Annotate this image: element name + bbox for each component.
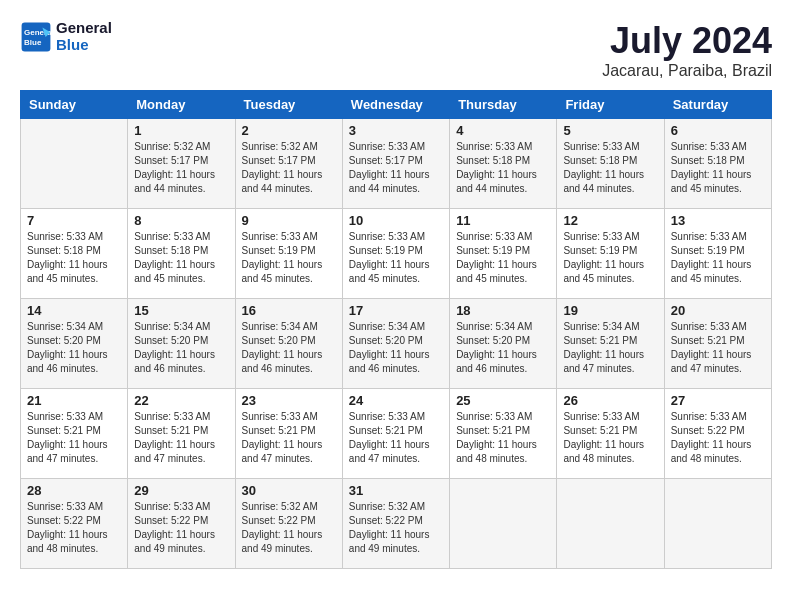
day-info-line: and 48 minutes. (671, 452, 765, 466)
day-info-line: and 49 minutes. (242, 542, 336, 556)
day-info-line: and 46 minutes. (27, 362, 121, 376)
calendar-cell: 19Sunrise: 5:34 AMSunset: 5:21 PMDayligh… (557, 299, 664, 389)
day-info-line: Daylight: 11 hours (349, 348, 443, 362)
day-info-line: Sunrise: 5:33 AM (349, 140, 443, 154)
day-info-line: and 47 minutes. (349, 452, 443, 466)
calendar-cell: 23Sunrise: 5:33 AMSunset: 5:21 PMDayligh… (235, 389, 342, 479)
day-number: 5 (563, 123, 657, 138)
day-info-line: Daylight: 11 hours (563, 168, 657, 182)
day-info-line: Daylight: 11 hours (242, 528, 336, 542)
calendar-cell: 3Sunrise: 5:33 AMSunset: 5:17 PMDaylight… (342, 119, 449, 209)
day-number: 8 (134, 213, 228, 228)
day-info-line: Sunset: 5:21 PM (563, 424, 657, 438)
day-number: 21 (27, 393, 121, 408)
day-info-line: Sunrise: 5:33 AM (27, 410, 121, 424)
calendar-table: SundayMondayTuesdayWednesdayThursdayFrid… (20, 90, 772, 569)
day-info-line: Sunrise: 5:33 AM (563, 140, 657, 154)
day-info-line: Sunrise: 5:33 AM (671, 230, 765, 244)
day-info-line: Sunset: 5:19 PM (456, 244, 550, 258)
day-info-line: Sunrise: 5:33 AM (456, 140, 550, 154)
day-info-line: Daylight: 11 hours (242, 348, 336, 362)
day-info-line: Daylight: 11 hours (456, 168, 550, 182)
day-info-line: and 48 minutes. (456, 452, 550, 466)
day-info-line: and 45 minutes. (456, 272, 550, 286)
day-info-line: and 45 minutes. (242, 272, 336, 286)
day-info-line: and 45 minutes. (671, 272, 765, 286)
day-info-line: Sunrise: 5:32 AM (242, 140, 336, 154)
calendar-cell: 6Sunrise: 5:33 AMSunset: 5:18 PMDaylight… (664, 119, 771, 209)
day-info-line: Sunset: 5:22 PM (27, 514, 121, 528)
day-info-line: and 44 minutes. (349, 182, 443, 196)
day-number: 3 (349, 123, 443, 138)
day-info-line: and 46 minutes. (242, 362, 336, 376)
calendar-cell: 2Sunrise: 5:32 AMSunset: 5:17 PMDaylight… (235, 119, 342, 209)
day-info-line: and 46 minutes. (456, 362, 550, 376)
day-info-line: Sunrise: 5:33 AM (349, 230, 443, 244)
day-number: 10 (349, 213, 443, 228)
day-info-line: Daylight: 11 hours (671, 348, 765, 362)
day-number: 4 (456, 123, 550, 138)
day-number: 23 (242, 393, 336, 408)
calendar-cell: 28Sunrise: 5:33 AMSunset: 5:22 PMDayligh… (21, 479, 128, 569)
calendar-cell: 22Sunrise: 5:33 AMSunset: 5:21 PMDayligh… (128, 389, 235, 479)
day-info-line: and 49 minutes. (349, 542, 443, 556)
day-info-line: Daylight: 11 hours (456, 438, 550, 452)
day-number: 12 (563, 213, 657, 228)
day-info-line: Daylight: 11 hours (671, 258, 765, 272)
day-info-line: Sunrise: 5:34 AM (456, 320, 550, 334)
day-number: 28 (27, 483, 121, 498)
day-info-line: Sunrise: 5:32 AM (242, 500, 336, 514)
day-info-line: and 47 minutes. (671, 362, 765, 376)
calendar-cell: 14Sunrise: 5:34 AMSunset: 5:20 PMDayligh… (21, 299, 128, 389)
day-info-line: Sunrise: 5:33 AM (671, 410, 765, 424)
day-info-line: Sunrise: 5:33 AM (456, 230, 550, 244)
day-number: 11 (456, 213, 550, 228)
day-info-line: Daylight: 11 hours (27, 348, 121, 362)
day-info-line: and 44 minutes. (456, 182, 550, 196)
day-number: 15 (134, 303, 228, 318)
day-info-line: Sunset: 5:21 PM (242, 424, 336, 438)
day-info-line: Daylight: 11 hours (242, 438, 336, 452)
day-number: 26 (563, 393, 657, 408)
day-info-line: and 45 minutes. (563, 272, 657, 286)
day-info-line: and 46 minutes. (134, 362, 228, 376)
day-number: 25 (456, 393, 550, 408)
calendar-cell (557, 479, 664, 569)
day-info-line: and 45 minutes. (134, 272, 228, 286)
day-info-line: and 45 minutes. (671, 182, 765, 196)
day-info-line: Daylight: 11 hours (563, 438, 657, 452)
day-info-line: Daylight: 11 hours (456, 348, 550, 362)
calendar-cell: 20Sunrise: 5:33 AMSunset: 5:21 PMDayligh… (664, 299, 771, 389)
day-info-line: and 46 minutes. (349, 362, 443, 376)
day-info-line: Daylight: 11 hours (134, 438, 228, 452)
header-friday: Friday (557, 91, 664, 119)
day-info-line: and 49 minutes. (134, 542, 228, 556)
header-wednesday: Wednesday (342, 91, 449, 119)
calendar-cell: 1Sunrise: 5:32 AMSunset: 5:17 PMDaylight… (128, 119, 235, 209)
day-info-line: Sunrise: 5:33 AM (563, 230, 657, 244)
day-info-line: Sunrise: 5:33 AM (456, 410, 550, 424)
calendar-cell: 17Sunrise: 5:34 AMSunset: 5:20 PMDayligh… (342, 299, 449, 389)
day-info-line: Sunset: 5:19 PM (563, 244, 657, 258)
day-info-line: Sunrise: 5:33 AM (27, 230, 121, 244)
calendar-cell: 31Sunrise: 5:32 AMSunset: 5:22 PMDayligh… (342, 479, 449, 569)
day-info-line: Sunrise: 5:33 AM (671, 320, 765, 334)
day-info-line: Sunrise: 5:32 AM (349, 500, 443, 514)
day-info-line: Daylight: 11 hours (27, 258, 121, 272)
day-number: 6 (671, 123, 765, 138)
day-info-line: and 47 minutes. (242, 452, 336, 466)
day-number: 2 (242, 123, 336, 138)
day-info-line: Daylight: 11 hours (563, 258, 657, 272)
header-monday: Monday (128, 91, 235, 119)
day-info-line: Daylight: 11 hours (27, 528, 121, 542)
day-number: 9 (242, 213, 336, 228)
day-info-line: Sunset: 5:21 PM (349, 424, 443, 438)
calendar-cell: 5Sunrise: 5:33 AMSunset: 5:18 PMDaylight… (557, 119, 664, 209)
logo-blue: Blue (56, 37, 112, 54)
day-info-line: Daylight: 11 hours (349, 528, 443, 542)
day-info-line: and 45 minutes. (349, 272, 443, 286)
day-info-line: Sunset: 5:20 PM (27, 334, 121, 348)
day-number: 7 (27, 213, 121, 228)
day-info-line: Sunset: 5:22 PM (349, 514, 443, 528)
day-info-line: Daylight: 11 hours (134, 528, 228, 542)
